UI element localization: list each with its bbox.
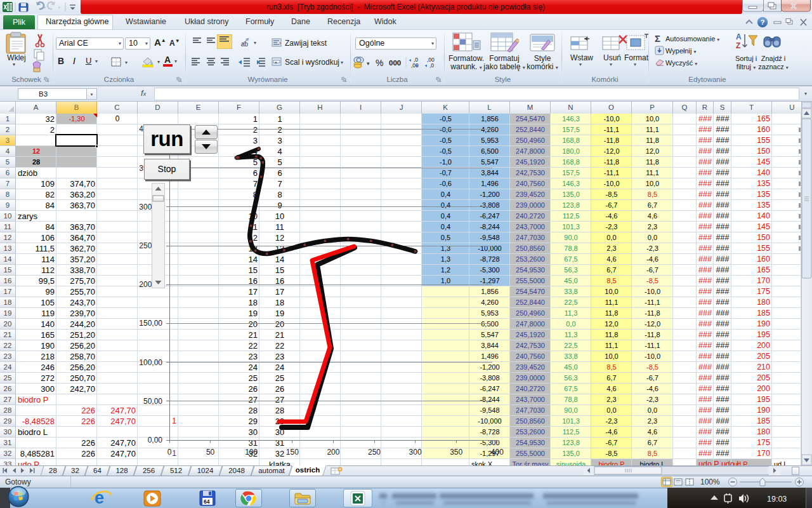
svg-text:%: % (376, 58, 383, 68)
svg-text:400: 400 (491, 448, 504, 457)
svg-text:ab: ab (241, 41, 249, 48)
svg-text:?: ? (760, 18, 764, 26)
svg-text:64: 64 (204, 498, 210, 505)
svg-text:50,00: 50,00 (143, 397, 162, 406)
svg-text:▾: ▾ (254, 40, 256, 46)
svg-text:150,00: 150,00 (139, 319, 162, 328)
svg-text:▾: ▾ (125, 60, 128, 65)
svg-text:300: 300 (409, 448, 422, 457)
svg-text:100,00: 100,00 (139, 358, 162, 367)
svg-text:A: A (736, 32, 742, 41)
svg-text:250: 250 (368, 448, 381, 457)
svg-text:▾: ▾ (367, 60, 370, 67)
svg-text:350: 350 (450, 448, 462, 457)
svg-text:100: 100 (245, 448, 258, 457)
svg-text:200: 200 (327, 448, 339, 457)
svg-text:0,00: 0,00 (148, 436, 163, 444)
svg-text:50: 50 (206, 448, 215, 457)
svg-text:0: 0 (167, 448, 172, 457)
svg-text:000: 000 (389, 59, 401, 67)
svg-text:,0: ,0 (429, 62, 434, 69)
svg-text:150: 150 (286, 448, 299, 457)
svg-text:Z: Z (736, 41, 740, 50)
svg-text:▾: ▾ (157, 59, 160, 65)
